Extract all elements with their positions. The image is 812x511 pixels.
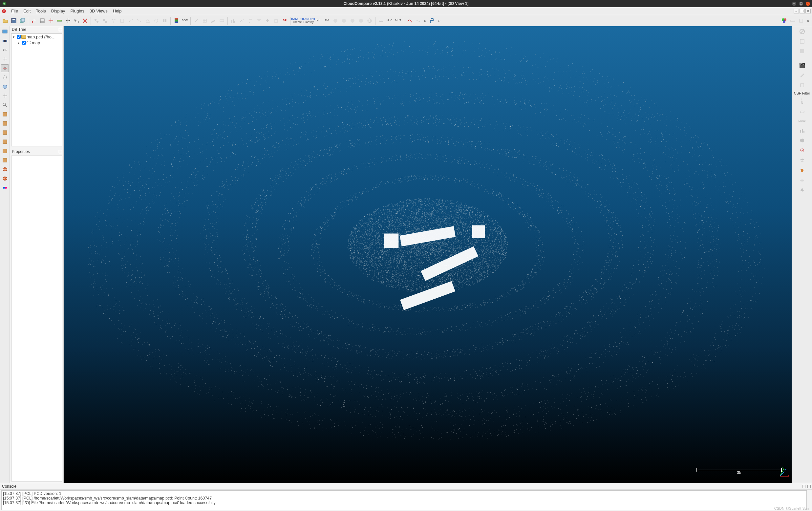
nc-button[interactable]: N÷C [386,17,394,25]
cube-icon[interactable] [798,81,806,89]
sphere2-button[interactable] [340,17,348,25]
surface-button[interactable] [414,17,422,25]
chain-button[interactable] [377,17,385,25]
window-maximize-button[interactable] [799,2,803,6]
point-list-button[interactable] [38,17,46,25]
view-front-button[interactable] [1,119,9,127]
segment-button[interactable] [72,17,80,25]
mdi-minimize-button[interactable]: – [793,9,799,13]
canupo-create-button[interactable]: CANUPOCreate [292,17,302,25]
filter-button[interactable] [255,17,263,25]
tree-row-root[interactable]: ▾ map.pcd (/ho… [11,34,62,40]
pick-rotation-center-button[interactable] [1,55,9,63]
window-minimize-button[interactable] [792,2,796,6]
menu-display[interactable]: Display [49,8,68,14]
menu-file[interactable]: File [8,8,21,14]
register-button[interactable] [152,17,160,25]
layers-icon[interactable] [798,156,806,164]
dbtree-dock-icon[interactable] [59,28,62,31]
target-button[interactable] [47,17,55,25]
view-right-button[interactable] [1,147,9,155]
bars-icon[interactable] [798,127,806,135]
delete-button[interactable] [81,17,89,25]
tree-row-child[interactable]: ▸ map [11,40,62,46]
move-button[interactable] [1,92,9,100]
view-back-button[interactable] [1,138,9,146]
plugin-disable-icon[interactable] [798,28,806,35]
primitive-button[interactable] [144,17,152,25]
subsample-button[interactable] [110,17,117,25]
stats-button[interactable] [238,17,246,25]
align-button[interactable] [161,17,169,25]
view-left-button[interactable] [1,129,9,137]
merge-button[interactable] [101,17,109,25]
target-red-icon[interactable] [798,146,806,154]
mls-button[interactable]: MLS [394,17,402,25]
save-button[interactable] [10,17,18,25]
console-undock-icon[interactable] [802,485,806,488]
view-top-button[interactable] [1,110,9,118]
view-bottom-button[interactable] [1,156,9,164]
globe-button[interactable] [366,17,374,25]
crosssection-button[interactable] [218,17,226,25]
expand-icon[interactable]: ▾ [13,35,16,39]
translate-button[interactable] [64,17,72,25]
3d-viewport[interactable]: 35 X Y Z [64,26,792,483]
tree-icon[interactable] [798,186,806,194]
cloud2-icon[interactable] [798,176,806,184]
view-iso2-button[interactable]: BACK [1,175,9,182]
kd-button[interactable]: Kd [314,17,322,25]
rotate-button[interactable] [1,74,9,81]
normals-button[interactable] [192,17,200,25]
remove-button[interactable] [272,17,280,25]
hexagon-icon[interactable] [798,137,806,144]
ruler-button[interactable] [789,17,796,25]
db-tree[interactable]: ▾ map.pcd (/ho… ▸ map [11,33,62,146]
sphere3-button[interactable] [349,17,356,25]
toggle-viewer-button[interactable] [1,64,9,72]
fullscreen-button[interactable] [1,28,9,35]
histogram-button[interactable] [229,17,237,25]
level-button[interactable] [55,17,63,25]
menu-3dviews[interactable]: 3D Views [87,8,110,14]
ratio-button[interactable]: 1:1 [1,46,9,54]
zoom-button[interactable] [1,101,9,109]
flickr-button[interactable] [1,184,9,192]
n-arrow-icon[interactable]: ↑N [798,97,806,105]
menu-edit[interactable]: Edit [21,8,33,14]
color-scale-button[interactable] [172,17,180,25]
menu-help[interactable]: Help [110,8,124,14]
distances-button[interactable] [127,17,135,25]
tree-root-checkbox[interactable] [17,35,21,39]
console-close-icon[interactable] [807,485,811,488]
point-picking-button[interactable] [30,17,38,25]
sf-button[interactable]: SF [281,17,289,25]
expand-icon[interactable]: ▸ [18,41,21,45]
view-iso1-button[interactable]: FRONT [1,165,9,173]
mdi-restore-button[interactable]: ❐ [800,9,805,13]
add-button[interactable] [264,17,271,25]
iso-button[interactable] [1,83,9,91]
sphere4-button[interactable] [357,17,365,25]
fm-button[interactable]: FM [323,17,331,25]
curve-button[interactable] [406,17,413,25]
mdi-close-button[interactable]: ✕ [806,9,811,13]
bug-icon[interactable] [798,166,806,174]
csf-filter-label[interactable]: CSF Filter [794,91,810,95]
clapper-icon[interactable] [798,62,806,69]
clone-button[interactable] [19,17,26,25]
properties-dock-icon[interactable] [59,150,62,153]
window-close-button[interactable] [806,2,810,6]
menu-tools[interactable]: Tools [33,8,48,14]
color-button[interactable] [780,17,788,25]
sample-button[interactable] [118,17,126,25]
toolbar-overflow-1[interactable]: ›› [423,19,428,23]
broom-icon[interactable] [798,72,806,79]
open-button[interactable] [1,17,9,25]
python-button[interactable] [428,17,436,25]
plugin-grid2-icon[interactable] [798,47,806,55]
convert-button[interactable] [246,17,254,25]
camera-button[interactable] [1,37,9,45]
tree-child-checkbox[interactable] [22,41,26,45]
menu-plugins[interactable]: Plugins [68,8,87,14]
